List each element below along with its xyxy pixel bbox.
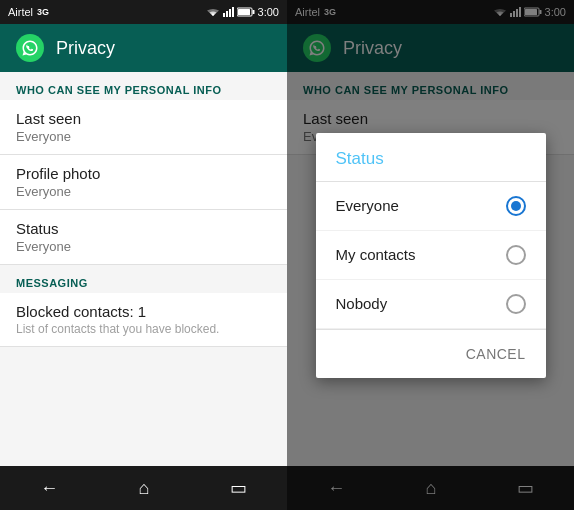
left-app-title: Privacy — [56, 38, 115, 59]
radio-nobody[interactable] — [506, 294, 526, 314]
radio-everyone[interactable] — [506, 196, 526, 216]
dialog-option-nobody[interactable]: Nobody — [316, 280, 546, 329]
status-dialog: Status Everyone My contacts Nobody Cance… — [316, 133, 546, 378]
dialog-title: Status — [316, 133, 546, 182]
left-back-button[interactable]: ← — [24, 470, 74, 507]
left-status-right: 3:00 — [206, 6, 279, 18]
svg-rect-2 — [238, 9, 250, 15]
dialog-cancel-button[interactable]: Cancel — [462, 338, 530, 370]
left-network: 3G — [37, 7, 49, 17]
left-item-profile-photo-title: Profile photo — [16, 165, 271, 182]
right-phone-panel: Airtel 3G 3:00 — [287, 0, 574, 510]
left-item-profile-photo[interactable]: Profile photo Everyone — [0, 155, 287, 210]
svg-rect-1 — [252, 10, 254, 14]
radio-everyone-inner — [511, 201, 521, 211]
left-carrier: Airtel — [8, 6, 33, 18]
signal-icon — [223, 7, 234, 17]
wifi-icon — [206, 6, 220, 18]
dialog-option-mycontacts-label: My contacts — [336, 246, 416, 263]
whatsapp-icon — [21, 39, 39, 57]
dialog-actions: Cancel — [316, 329, 546, 378]
left-item-blocked[interactable]: Blocked contacts: 1 List of contacts tha… — [0, 293, 287, 347]
left-item-last-seen-subtitle: Everyone — [16, 129, 271, 144]
left-item-profile-photo-subtitle: Everyone — [16, 184, 271, 199]
left-recent-button[interactable]: ▭ — [214, 469, 263, 507]
left-item-blocked-desc: List of contacts that you have blocked. — [16, 322, 271, 336]
left-item-last-seen-title: Last seen — [16, 110, 271, 127]
left-item-last-seen[interactable]: Last seen Everyone — [0, 100, 287, 155]
left-home-button[interactable]: ⌂ — [123, 470, 166, 507]
left-app-bar: Privacy — [0, 24, 287, 72]
radio-mycontacts[interactable] — [506, 245, 526, 265]
dialog-option-mycontacts[interactable]: My contacts — [316, 231, 546, 280]
left-section-header-personal: WHO CAN SEE MY PERSONAL INFO — [0, 72, 287, 100]
left-section-header-messaging: MESSAGING — [0, 265, 287, 293]
dialog-option-everyone[interactable]: Everyone — [316, 182, 546, 231]
left-time: 3:00 — [258, 6, 279, 18]
left-item-status[interactable]: Status Everyone — [0, 210, 287, 265]
dialog-option-nobody-label: Nobody — [336, 295, 388, 312]
left-content: WHO CAN SEE MY PERSONAL INFO Last seen E… — [0, 72, 287, 466]
left-status-left: Airtel 3G — [8, 6, 49, 18]
left-status-bar: Airtel 3G 3:00 — [0, 0, 287, 24]
battery-icon — [237, 7, 255, 17]
left-item-blocked-title: Blocked contacts: 1 — [16, 303, 271, 320]
dialog-overlay: Status Everyone My contacts Nobody Cance… — [287, 0, 574, 510]
left-item-status-subtitle: Everyone — [16, 239, 271, 254]
left-phone-panel: Airtel 3G 3:00 — [0, 0, 287, 510]
whatsapp-logo — [16, 34, 44, 62]
dialog-option-everyone-label: Everyone — [336, 197, 399, 214]
left-bottom-nav: ← ⌂ ▭ — [0, 466, 287, 510]
left-item-status-title: Status — [16, 220, 271, 237]
